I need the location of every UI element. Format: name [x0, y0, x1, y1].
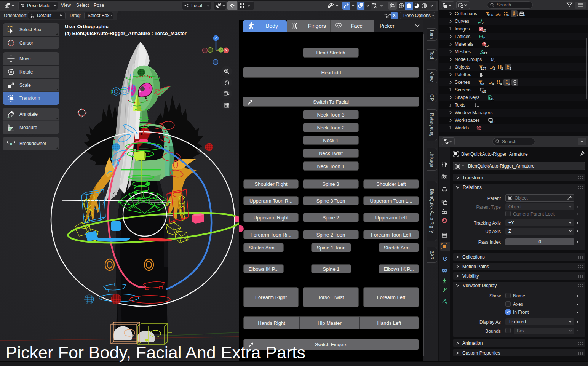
svg-text:Y: Y	[220, 48, 222, 52]
svg-text:Z: Z	[215, 36, 217, 40]
svg-text:X: X	[225, 48, 227, 52]
